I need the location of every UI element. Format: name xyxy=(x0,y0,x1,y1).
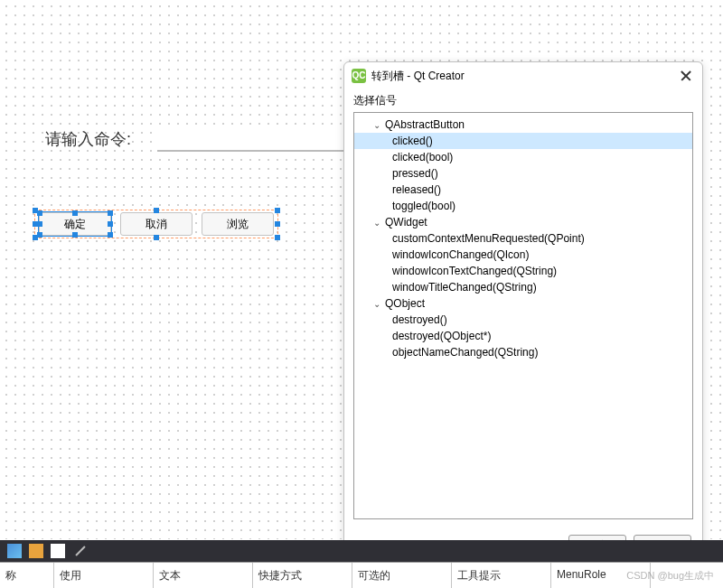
bottom-toolbar xyxy=(0,540,723,562)
property-column-headers: 称 使用 文本 快捷方式 可选的 工具提示 MenuRole xyxy=(0,562,723,587)
designer-button-ok[interactable]: 确定 xyxy=(39,212,111,236)
tree-item[interactable]: windowIconTextChanged(QString) xyxy=(354,263,692,279)
designer-button-cancel-label: 取消 xyxy=(146,218,167,230)
tree-item-label: clicked(bool) xyxy=(390,151,453,163)
qt-creator-icon: QC xyxy=(352,69,366,83)
designer-button-ok-label: 确定 xyxy=(64,218,86,230)
tree-item-label: clicked() xyxy=(390,135,433,147)
tree-item-label: toggled(bool) xyxy=(390,200,455,212)
goto-slot-dialog: QC 转到槽 - Qt Creator 选择信号 ⌄QAbstractButto… xyxy=(343,61,703,564)
tree-item[interactable]: windowTitleChanged(QString) xyxy=(354,279,692,295)
designer-button-browse-label: 浏览 xyxy=(227,218,249,230)
chevron-down-icon[interactable]: ⌄ xyxy=(371,218,383,228)
tree-group[interactable]: ⌄QObject xyxy=(354,295,692,312)
tree-item-label: objectNameChanged(QString) xyxy=(390,346,538,359)
tree-item-label: windowTitleChanged(QString) xyxy=(390,281,537,294)
tree-group[interactable]: ⌄QAbstractButton xyxy=(354,117,692,133)
toolbar-icon-1[interactable] xyxy=(7,544,22,558)
chevron-down-icon[interactable]: ⌄ xyxy=(371,299,383,309)
designer-button-browse[interactable]: 浏览 xyxy=(202,212,274,236)
tree-item-label: windowIconTextChanged(QString) xyxy=(390,265,557,277)
tree-item[interactable]: objectNameChanged(QString) xyxy=(354,344,692,360)
wrench-icon[interactable] xyxy=(72,543,89,559)
tree-item[interactable]: windowIconChanged(QIcon) xyxy=(354,247,692,263)
tree-item-label: QAbstractButton xyxy=(383,118,465,131)
dialog-title: 转到槽 - Qt Creator xyxy=(371,69,677,84)
col-tooltip[interactable]: 工具提示 xyxy=(452,563,551,588)
select-signal-label: 选择信号 xyxy=(344,89,702,112)
watermark: CSDN @bug生成中 xyxy=(626,569,714,583)
tree-item[interactable]: released() xyxy=(354,182,692,198)
tree-item[interactable]: customContextMenuRequested(QPoint) xyxy=(354,230,692,247)
button-layout[interactable]: 确定 取消 浏览 xyxy=(34,210,278,238)
tree-item[interactable]: destroyed() xyxy=(354,312,692,328)
col-checkable[interactable]: 可选的 xyxy=(352,563,452,588)
tree-item-label: destroyed(QObject*) xyxy=(390,330,491,342)
tree-group[interactable]: ⌄QWidget xyxy=(354,214,692,230)
col-use[interactable]: 使用 xyxy=(54,563,154,588)
tree-item[interactable]: clicked() xyxy=(354,133,692,149)
toolbar-icon-2[interactable] xyxy=(29,544,43,558)
command-input[interactable] xyxy=(157,125,365,152)
tree-item-label: customContextMenuRequested(QPoint) xyxy=(390,232,585,245)
chevron-down-icon[interactable]: ⌄ xyxy=(371,120,383,130)
tree-item[interactable]: pressed() xyxy=(354,165,692,182)
tree-item[interactable]: clicked(bool) xyxy=(354,149,692,165)
col-shortcut[interactable]: 快捷方式 xyxy=(253,563,352,588)
col-text[interactable]: 文本 xyxy=(154,563,253,588)
designer-button-cancel[interactable]: 取消 xyxy=(120,212,192,236)
tree-item-label: windowIconChanged(QIcon) xyxy=(390,248,529,261)
tree-item-label: destroyed() xyxy=(390,313,447,326)
toolbar-icon-3[interactable] xyxy=(51,544,65,558)
signal-tree[interactable]: ⌄QAbstractButtonclicked()clicked(bool)pr… xyxy=(353,112,693,519)
dialog-titlebar[interactable]: QC 转到槽 - Qt Creator xyxy=(344,62,702,89)
tree-item-label: pressed() xyxy=(390,167,438,180)
tree-item[interactable]: destroyed(QObject*) xyxy=(354,328,692,344)
tree-item-label: QObject xyxy=(383,297,425,310)
tree-item-label: released() xyxy=(390,183,441,196)
tree-item-label: QWidget xyxy=(383,216,427,229)
tree-item[interactable]: toggled(bool) xyxy=(354,198,692,214)
col-name[interactable]: 称 xyxy=(0,563,54,588)
close-icon[interactable] xyxy=(677,67,695,85)
command-label: 请输入命令: xyxy=(45,128,131,150)
